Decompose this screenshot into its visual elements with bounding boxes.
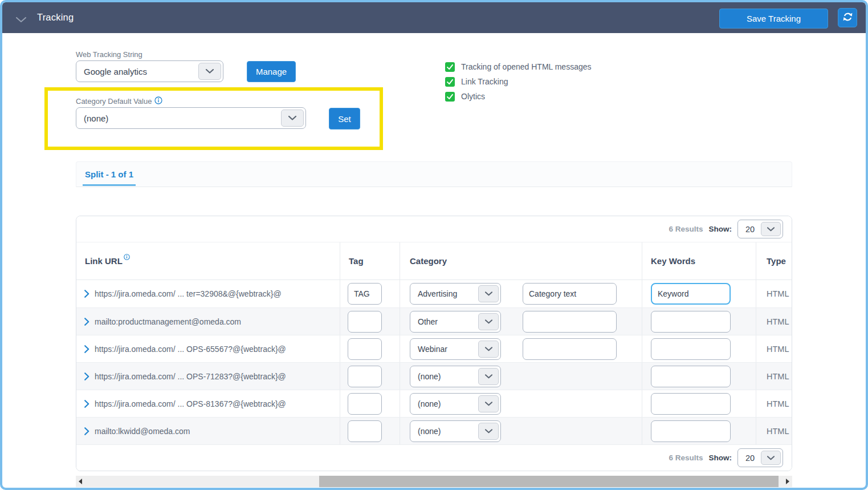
category-select[interactable]: (none) [410, 366, 501, 387]
tracking-options: Tracking of opened HTML messages Link Tr… [445, 59, 592, 104]
category-select[interactable]: Advertising [410, 283, 501, 305]
refresh-button[interactable] [838, 8, 857, 27]
scrollbar-thumb[interactable] [319, 476, 779, 487]
chevron-down-icon [478, 285, 499, 302]
category-cell: (none) [400, 363, 642, 390]
info-icon[interactable] [124, 252, 130, 262]
category-select[interactable]: (none) [410, 420, 501, 442]
link-url: https://jira.omeda.com/ ... OPS-71283?@{… [95, 372, 286, 381]
page-size-value: 20 [745, 225, 755, 234]
key-words-cell [642, 418, 756, 444]
type-cell: HTML [756, 418, 792, 444]
category-default-value-label: Category Default Value [76, 97, 152, 106]
results-bar-bottom: 6 Results Show: 20 [76, 444, 792, 471]
tracking-option-olytics[interactable]: Olytics [445, 89, 592, 104]
expand-chevron-icon[interactable] [84, 427, 89, 435]
tag-input[interactable] [348, 420, 382, 442]
tab-bar: Split - 1 of 1 [76, 161, 792, 187]
tracking-page: Tracking Save Tracking Web Tracking Stri… [0, 0, 868, 490]
link-type: HTML [767, 372, 789, 381]
link-url: mailto:productmanagement@omeda.com [95, 317, 241, 326]
category-select[interactable]: Webinar [410, 338, 501, 360]
expand-chevron-icon[interactable] [84, 372, 89, 380]
checkbox-checked-icon[interactable] [445, 77, 455, 87]
type-cell: HTML [756, 280, 792, 307]
set-button[interactable]: Set [329, 108, 360, 129]
link-url: https://jira.omeda.com/ ... ter=32908&@{… [95, 289, 282, 298]
key-words-cell [642, 308, 756, 335]
category-value: (none) [418, 399, 441, 408]
expand-chevron-icon[interactable] [84, 400, 89, 408]
category-default-value: (none) [84, 114, 108, 123]
table-body: https://jira.omeda.com/ ... ter=32908&@{… [76, 280, 792, 444]
tag-input[interactable] [348, 283, 382, 305]
web-tracking-string-value: Google analytics [84, 67, 147, 76]
link-type: HTML [767, 317, 789, 326]
keyword-input[interactable] [651, 366, 731, 387]
link-url-cell: mailto:productmanagement@omeda.com [76, 308, 340, 335]
category-cell: Advertising [400, 280, 642, 307]
results-count: 6 Results [669, 225, 703, 233]
tag-input[interactable] [348, 311, 382, 333]
category-value: Other [418, 317, 438, 326]
tag-cell [340, 335, 400, 362]
type-cell: HTML [756, 308, 792, 335]
column-header-tag: Tag [340, 242, 400, 280]
category-text-input[interactable] [523, 338, 617, 360]
category-default-value-select[interactable]: (none) [76, 107, 306, 129]
keyword-input[interactable] [651, 393, 731, 415]
collapse-chevron-icon[interactable] [16, 15, 26, 21]
show-label: Show: [709, 453, 732, 462]
tag-input[interactable] [348, 366, 382, 387]
tracking-option-opened-html[interactable]: Tracking of opened HTML messages [445, 59, 592, 74]
column-label: Link URL [85, 256, 123, 266]
web-tracking-string-select[interactable]: Google analytics [76, 60, 223, 82]
titlebar: Tracking Save Tracking [2, 2, 866, 33]
manage-button[interactable]: Manage [247, 61, 296, 82]
page-size-select[interactable]: 20 [737, 220, 783, 238]
tag-cell [340, 363, 400, 390]
chevron-down-icon [761, 222, 781, 236]
category-text-input[interactable] [523, 283, 617, 305]
tag-cell [340, 280, 400, 307]
keyword-input[interactable] [651, 338, 731, 360]
expand-chevron-icon[interactable] [84, 290, 89, 298]
scroll-right-arrow-icon[interactable] [783, 476, 792, 487]
chevron-down-icon [281, 110, 304, 127]
show-label: Show: [709, 225, 732, 233]
checkbox-label: Tracking of opened HTML messages [461, 62, 592, 71]
key-words-cell [642, 335, 756, 362]
tag-input[interactable] [348, 338, 382, 360]
link-type: HTML [767, 427, 789, 436]
expand-chevron-icon[interactable] [84, 318, 89, 326]
link-url: mailto:lkwidd@omeda.com [95, 427, 190, 436]
refresh-icon [842, 11, 853, 24]
key-words-cell [642, 363, 756, 390]
tracking-option-link-tracking[interactable]: Link Tracking [445, 74, 592, 89]
checkbox-label: Olytics [461, 92, 485, 101]
horizontal-scrollbar[interactable] [76, 476, 792, 487]
tag-input[interactable] [348, 393, 382, 415]
table-row: mailto:lkwidd@omeda.com (none) HTML [76, 417, 792, 444]
chevron-down-icon [478, 368, 499, 385]
keyword-input[interactable] [651, 283, 731, 305]
keyword-input[interactable] [651, 420, 731, 442]
page-size-select[interactable]: 20 [737, 448, 783, 467]
category-value: Webinar [418, 345, 447, 354]
table-header-row: Link URL Tag Category Key Words Type [76, 242, 792, 280]
checkbox-checked-icon[interactable] [445, 62, 455, 72]
results-bar-top: 6 Results Show: 20 [76, 216, 792, 242]
info-icon[interactable] [154, 96, 162, 106]
save-tracking-button[interactable]: Save Tracking [719, 9, 828, 29]
tab-split[interactable]: Split - 1 of 1 [83, 162, 136, 186]
category-select[interactable]: Other [410, 311, 501, 333]
checkbox-checked-icon[interactable] [445, 92, 455, 102]
category-text-input[interactable] [523, 311, 617, 333]
category-select[interactable]: (none) [410, 393, 501, 415]
expand-chevron-icon[interactable] [84, 345, 89, 353]
scroll-left-arrow-icon[interactable] [76, 476, 85, 487]
link-url-cell: mailto:lkwidd@omeda.com [76, 418, 340, 444]
category-cell: (none) [400, 390, 642, 417]
category-cell: Other [400, 308, 642, 335]
keyword-input[interactable] [651, 311, 731, 333]
